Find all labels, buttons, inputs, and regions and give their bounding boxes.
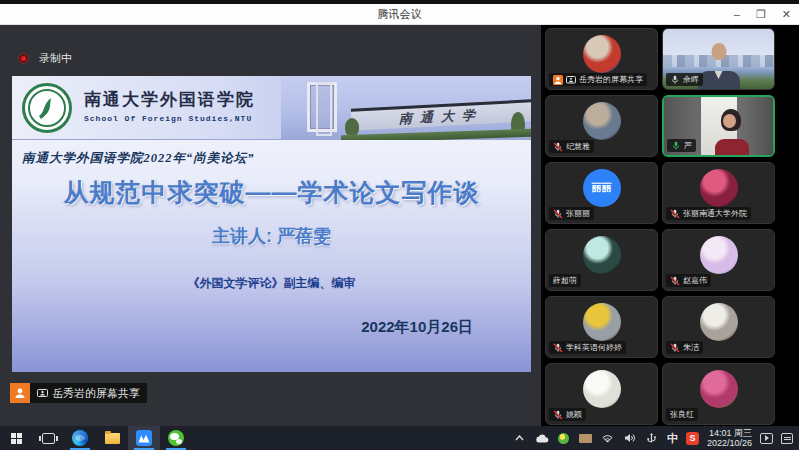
participant-avatar xyxy=(700,169,738,207)
volume-icon[interactable] xyxy=(623,430,637,446)
participant-name-label: 张良红 xyxy=(666,408,698,421)
participant-tile[interactable]: 严 xyxy=(662,95,775,157)
participant-name: 严 xyxy=(684,140,692,151)
participant-name-label: 纪慧雅 xyxy=(549,140,594,153)
screen-share-label: 岳秀岩的屏幕共享 xyxy=(52,386,140,401)
participant-tile[interactable]: 赵嘉伟 xyxy=(662,229,775,291)
sogou-input-icon[interactable]: S xyxy=(686,432,699,445)
tray-expand-chevron-icon[interactable] xyxy=(513,430,527,446)
participant-tile[interactable]: 姚颖 xyxy=(545,363,658,425)
desktop-screen: 腾讯会议 – ❐ ✕ 录制中 xyxy=(0,0,799,450)
mic-muted-icon xyxy=(553,343,563,353)
input-method-indicator[interactable]: 中 xyxy=(667,431,678,446)
mic-muted-icon xyxy=(553,142,563,152)
participant-avatar xyxy=(583,370,621,408)
speaker-line: 主讲人: 严蓓雯 xyxy=(12,224,531,248)
participant-name: 薛超萌 xyxy=(553,275,577,286)
mic-muted-icon xyxy=(670,209,680,219)
mic-icon xyxy=(671,141,681,151)
slide-title: 从规范中求突破——学术论文写作谈 xyxy=(12,176,531,209)
tencent-meeting-icon xyxy=(136,430,152,446)
hedge xyxy=(341,129,531,140)
participant-avatar xyxy=(583,35,621,73)
participant-name-label: 张丽丽 xyxy=(549,207,594,220)
start-button[interactable] xyxy=(0,426,32,450)
wechat-icon xyxy=(168,430,184,446)
participant-tile[interactable]: 纪慧雅 xyxy=(545,95,658,157)
screen-share-icon xyxy=(37,389,48,398)
recording-indicator: 录制中 xyxy=(18,51,72,66)
participant-name: 岳秀岩的屏幕共享 xyxy=(579,74,643,85)
close-button[interactable]: ✕ xyxy=(782,4,791,25)
participant-name-label: 严 xyxy=(667,139,696,152)
participant-avatar: 丽丽 xyxy=(583,169,621,207)
media-window-icon[interactable] xyxy=(760,433,773,444)
participant-tile[interactable]: 张丽南通大学外院 xyxy=(662,162,775,224)
participants-sidebar[interactable]: 岳秀岩的屏幕共享佘晖纪慧雅严丽丽张丽丽张丽南通大学外院薛超萌赵嘉伟学科英语何婷婷… xyxy=(541,25,799,426)
network-signal-icon[interactable] xyxy=(601,430,615,446)
mic-muted-icon xyxy=(553,209,563,219)
gate-structure xyxy=(307,82,337,132)
task-view-button[interactable] xyxy=(32,426,64,450)
slide-date: 2022年10月26日 xyxy=(361,318,473,337)
participant-name: 张丽南通大学外院 xyxy=(683,208,747,219)
task-view-icon xyxy=(42,433,55,444)
participant-name: 学科英语何婷婷 xyxy=(566,342,622,353)
participant-grid: 岳秀岩的屏幕共享佘晖纪慧雅严丽丽张丽丽张丽南通大学外院薛超萌赵嘉伟学科英语何婷婷… xyxy=(545,28,781,425)
gate-text: 南通大学 xyxy=(399,105,483,127)
participant-avatar xyxy=(700,370,738,408)
presentation-slide: 南通大学外国语学院 School Of Foreign Studies,NTU … xyxy=(12,76,531,372)
participant-avatar xyxy=(700,303,738,341)
tray-folder-icon[interactable] xyxy=(579,430,593,446)
participant-tile[interactable]: 薛超萌 xyxy=(545,229,658,291)
meeting-main-area: 录制中 南通大学外国语学院 School Of Foreign Studies,… xyxy=(0,25,799,426)
participant-name-label: 朱洁 xyxy=(666,341,703,354)
participant-name: 佘晖 xyxy=(683,74,699,85)
speaker-title-line: 《外国文学评论》副主编、编审 xyxy=(12,275,531,292)
antivirus-icon[interactable] xyxy=(557,430,571,446)
participant-tile[interactable]: 佘晖 xyxy=(662,28,775,90)
screen-share-badge-icon xyxy=(566,75,576,85)
windows-icon xyxy=(11,433,22,444)
participant-tile[interactable]: 朱洁 xyxy=(662,296,775,358)
participant-name: 姚颖 xyxy=(566,409,582,420)
maximize-button[interactable]: ❐ xyxy=(756,4,766,25)
tencent-meeting-button[interactable] xyxy=(128,426,160,450)
mic-muted-icon xyxy=(670,343,680,353)
participant-name: 纪慧雅 xyxy=(566,141,590,152)
window-title: 腾讯会议 xyxy=(378,7,422,22)
tree-icon xyxy=(345,118,359,136)
mic-muted-icon xyxy=(553,410,563,420)
participant-tile[interactable]: 岳秀岩的屏幕共享 xyxy=(545,28,658,90)
screen-share-banner: 岳秀岩的屏幕共享 xyxy=(10,383,147,403)
participant-name: 张丽丽 xyxy=(566,208,590,219)
participant-name: 朱洁 xyxy=(683,342,699,353)
file-explorer-button[interactable] xyxy=(96,426,128,450)
shared-screen-stage: 录制中 南通大学外国语学院 School Of Foreign Studies,… xyxy=(0,25,541,426)
forum-subtitle: 南通大学外国语学院2022年“尚美论坛” xyxy=(22,150,255,167)
participant-tile[interactable]: 张良红 xyxy=(662,363,775,425)
cloud-icon[interactable] xyxy=(535,430,549,446)
participant-tile[interactable]: 学科英语何婷婷 xyxy=(545,296,658,358)
recording-label: 录制中 xyxy=(39,51,72,66)
clock-time: 14:01 周三 xyxy=(707,428,752,438)
presenter-icon xyxy=(10,383,30,403)
school-name: 南通大学外国语学院 xyxy=(84,88,255,111)
participant-avatar xyxy=(583,102,621,140)
participant-name-label: 赵嘉伟 xyxy=(666,274,711,287)
participant-avatar xyxy=(583,236,621,274)
window-titlebar[interactable]: 腾讯会议 – ❐ ✕ xyxy=(0,4,799,25)
notification-center-icon[interactable] xyxy=(781,433,793,444)
slide-body: 南通大学外国语学院2022年“尚美论坛” 从规范中求突破——学术论文写作谈 主讲… xyxy=(12,140,531,372)
participant-tile[interactable]: 丽丽张丽丽 xyxy=(545,162,658,224)
taskbar: 中 S 14:01 周三 2022/10/26 xyxy=(0,426,799,450)
mic-muted-icon xyxy=(670,276,680,286)
edge-taskbar-button[interactable] xyxy=(64,426,96,450)
participant-avatar xyxy=(700,236,738,274)
minimize-button[interactable]: – xyxy=(734,4,740,25)
wechat-taskbar-button[interactable] xyxy=(160,426,192,450)
participant-name-label: 薛超萌 xyxy=(549,274,581,287)
taskbar-clock[interactable]: 14:01 周三 2022/10/26 xyxy=(707,428,752,448)
usb-eject-icon[interactable] xyxy=(645,430,659,446)
campus-gate-photo: 南通大学 xyxy=(281,76,531,140)
